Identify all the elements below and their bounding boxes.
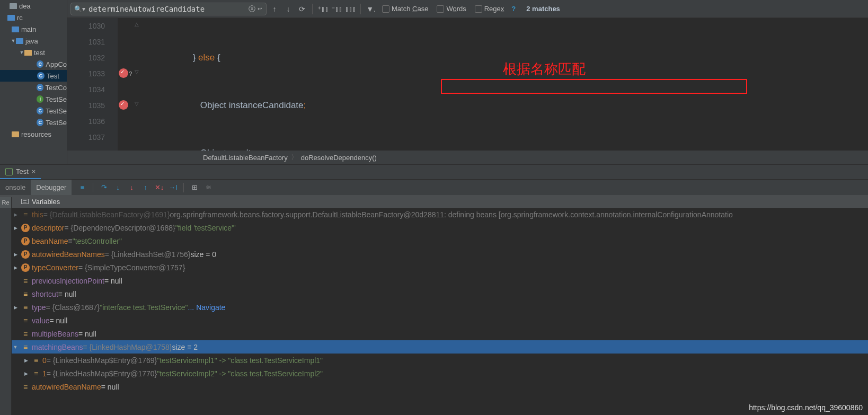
variable-row[interactable]: ▶≡this = {DefaultListableBeanFactory@169… — [0, 208, 868, 221]
variables-icon — [21, 199, 29, 204]
evaluate-icon[interactable]: ⊞ — [188, 181, 201, 194]
match-case-checkbox[interactable]: Match Case — [382, 5, 428, 13]
force-step-into-icon[interactable]: ↓ — [125, 181, 138, 194]
breadcrumb-item[interactable]: DefaultListableBeanFactory — [203, 154, 288, 162]
line-number[interactable]: 1035 — [67, 98, 105, 113]
line-number[interactable]: 1034 — [67, 82, 105, 98]
regex-checkbox[interactable]: Regex — [475, 5, 504, 13]
variable-row[interactable]: PbeanName = "testController" — [0, 234, 868, 248]
select-all-occurrences-icon[interactable]: ⫿⫿⫿ — [344, 3, 356, 15]
watermark: https://blog.csdn.net/qq_39600860 — [749, 403, 863, 412]
filter-icon[interactable]: ▼. — [365, 3, 377, 15]
variable-row[interactable]: ▶≡type = {Class@1687} "interface test.Te… — [0, 301, 868, 314]
history-icon[interactable]: ↩ — [256, 6, 263, 12]
trace-icon[interactable]: ≋ — [202, 181, 215, 194]
next-match-icon[interactable]: ↓ — [282, 3, 294, 15]
step-into-icon[interactable]: ↓ — [111, 181, 124, 194]
tree-item[interactable]: CTestCo — [0, 82, 67, 93]
tree-item[interactable]: dea — [0, 0, 67, 12]
variable-row[interactable]: ≡previousInjectionPoint = null — [0, 274, 868, 287]
debug-tab[interactable]: Test × — [0, 165, 41, 179]
project-tree[interactable]: dearcmain▼java▼testCAppCoCTestCTestCoITe… — [0, 0, 67, 164]
debugger-subtab[interactable]: Debugger — [31, 180, 72, 195]
line-number[interactable]: 1032 — [67, 50, 105, 66]
select-all-icon[interactable]: ⟳ — [296, 3, 308, 15]
line-number[interactable]: 1036 — [67, 113, 105, 129]
variable-row[interactable]: ▶PtypeConverter = {SimpleTypeConverter@1… — [0, 261, 868, 274]
variables-panel[interactable]: ▶≡this = {DefaultListableBeanFactory@169… — [0, 208, 868, 415]
drop-frame-icon[interactable]: ✕↓ — [153, 181, 165, 194]
tree-item[interactable]: rc — [0, 12, 67, 23]
threads-icon[interactable]: ≡ — [76, 181, 88, 194]
code-editor[interactable]: } else { Object instanceCandidate; Objec… — [118, 18, 868, 151]
breadcrumb-item[interactable]: doResolveDependency() — [301, 154, 377, 162]
annotation-text: 根据名称匹配 — [503, 61, 586, 77]
search-box[interactable]: 🔍▾ ⓧ ↩ — [70, 3, 267, 15]
tree-item[interactable]: CTestSe — [0, 117, 67, 128]
breadcrumb[interactable]: DefaultListableBeanFactory 〉 doResolveDe… — [67, 151, 868, 164]
find-bar: 🔍▾ ⓧ ↩ ↑ ↓ ⟳ ⁺⫿⫿ ⁻⫿⫿ ⫿⫿⫿ ▼. Match Case W… — [67, 0, 868, 18]
add-selection-icon[interactable]: ⁺⫿⫿ — [317, 3, 329, 15]
debugger-toolbar: onsole Debugger ≡ ↷ ↓ ↓ ↑ ✕↓ →I ⊞ ≋ — [0, 179, 868, 195]
words-checkbox[interactable]: Words — [437, 5, 466, 13]
variable-row[interactable]: ▶≡0 = {LinkedHashMap$Entry@1769} "testSe… — [0, 354, 868, 367]
line-number[interactable]: 1037 — [67, 129, 105, 145]
line-gutter[interactable]: 10301031103210331034103510361037 — [67, 18, 118, 151]
variable-row[interactable]: ▼≡matchingBeans = {LinkedHashMap@1758} s… — [0, 340, 868, 354]
left-toolwindow-bar[interactable]: Re — [0, 197, 12, 415]
tree-item[interactable]: CAppCo — [0, 58, 67, 70]
prev-match-icon[interactable]: ↑ — [269, 3, 280, 15]
line-number[interactable]: 1031 — [67, 34, 105, 50]
tree-item[interactable]: CTestSe — [0, 105, 67, 117]
run-to-cursor-icon[interactable]: →I — [166, 181, 179, 194]
console-tab[interactable]: onsole — [0, 180, 31, 195]
tree-item[interactable]: resources — [0, 128, 67, 140]
toolwindow-button[interactable]: Re — [0, 197, 11, 208]
variable-row[interactable]: ▶PautowiredBeanNames = {LinkedHashSet@17… — [0, 248, 868, 261]
tree-item[interactable]: ▼java — [0, 35, 67, 47]
variable-row[interactable]: ≡autowiredBeanName = null — [0, 380, 868, 393]
variable-row[interactable]: ≡value = null — [0, 314, 868, 327]
regex-help-icon[interactable]: ? — [509, 5, 518, 13]
tree-item[interactable]: main — [0, 23, 67, 35]
highlight-box — [441, 79, 747, 94]
search-input[interactable] — [85, 5, 247, 13]
debug-tabs: Test × — [0, 164, 868, 179]
tree-item[interactable]: ITestSe — [0, 93, 67, 105]
step-over-icon[interactable]: ↷ — [98, 181, 110, 194]
variable-row[interactable]: ≡shortcut = null — [0, 287, 868, 301]
variable-row[interactable]: ≡multipleBeans = null — [0, 327, 868, 340]
variable-row[interactable]: ▶Pdescriptor = {DependencyDescriptor@168… — [0, 221, 868, 234]
clear-search-icon[interactable]: ⓧ — [247, 4, 256, 14]
line-number[interactable]: 1033 — [67, 66, 105, 82]
match-count: 2 matches — [526, 5, 560, 13]
close-tab-icon[interactable]: × — [32, 167, 36, 175]
tree-item[interactable]: ▼test — [0, 47, 67, 58]
search-icon: 🔍▾ — [74, 5, 85, 13]
line-number[interactable]: 1030 — [67, 18, 105, 34]
variables-header: Variables — [0, 195, 868, 208]
variable-row[interactable]: ▶≡1 = {LinkedHashMap$Entry@1770} "testSe… — [0, 367, 868, 380]
tree-item[interactable]: CTest — [0, 70, 67, 82]
remove-selection-icon[interactable]: ⁻⫿⫿ — [331, 3, 342, 15]
step-out-icon[interactable]: ↑ — [139, 181, 152, 194]
run-config-icon — [5, 168, 13, 175]
